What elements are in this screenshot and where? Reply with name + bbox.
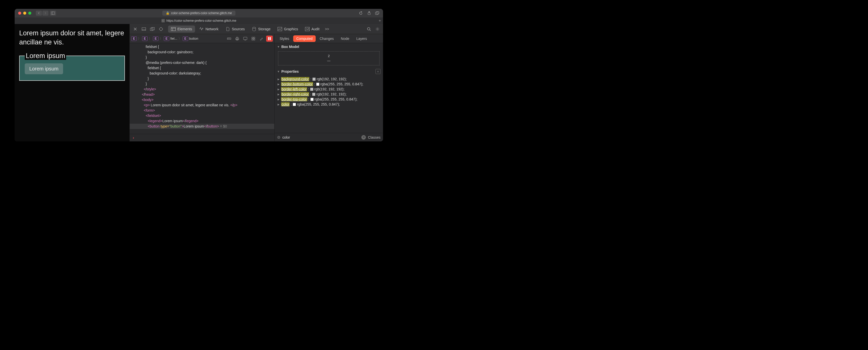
svg-rect-28 xyxy=(237,37,238,38)
minimize-window-button[interactable] xyxy=(23,11,26,14)
lorem-button[interactable]: Lorem ipsum xyxy=(25,63,63,74)
breadcrumb-toolbar xyxy=(226,36,273,42)
dom-tree[interactable]: fieldset { background-color: gainsboro; … xyxy=(130,43,274,134)
tabs-overflow-button[interactable]: >> xyxy=(323,26,331,33)
titlebar: 🔒 color-scheme-prefers-color-scheme.glit… xyxy=(14,9,383,18)
svg-rect-33 xyxy=(254,37,255,38)
maximize-window-button[interactable] xyxy=(28,11,31,14)
print-icon[interactable] xyxy=(234,36,241,42)
ruler-icon[interactable] xyxy=(226,36,232,42)
breadcrumb-label: fiel... xyxy=(170,37,177,40)
storage-icon xyxy=(252,27,256,31)
rp-tab-styles[interactable]: Styles xyxy=(277,35,292,42)
back-button[interactable] xyxy=(36,10,42,16)
tab-sources-label: Sources xyxy=(232,27,245,31)
titlebar-right xyxy=(366,11,380,16)
property-row[interactable]: ▶ border-bottom-color: rgba(255, 255, 25… xyxy=(278,82,380,87)
devtools-body: E〉 E〉 E〉 Efiel...〉 Ebutton xyxy=(130,34,383,141)
breadcrumb-item[interactable]: E xyxy=(131,36,137,41)
breadcrumb-item[interactable]: E xyxy=(164,36,169,41)
grid-icon[interactable] xyxy=(250,36,257,42)
tab-network-label: Network xyxy=(206,27,218,31)
tab-elements[interactable]: Elements xyxy=(168,26,195,33)
share-icon[interactable] xyxy=(366,11,372,16)
tab-graphics[interactable]: Graphics xyxy=(275,26,301,33)
property-name: border-right-color xyxy=(281,92,309,96)
svg-rect-0 xyxy=(52,12,55,14)
close-window-button[interactable] xyxy=(18,11,21,14)
rendered-page: Lorem ipsum dolor sit amet, legere ancil… xyxy=(14,24,129,141)
search-icon[interactable] xyxy=(365,26,372,33)
property-row[interactable]: ▶ border-left-color: rgb(192, 192, 192); xyxy=(278,87,380,92)
svg-rect-27 xyxy=(236,38,239,40)
clear-filter-button[interactable]: ✕ xyxy=(361,135,366,140)
property-value: rgba(255, 255, 255, 0.847); xyxy=(315,97,358,101)
close-devtools-icon[interactable] xyxy=(132,26,139,33)
properties-header[interactable]: ▼ Properties ≡ xyxy=(275,67,383,76)
tabs-overview-icon[interactable] xyxy=(374,11,380,16)
reload-button[interactable] xyxy=(359,11,363,15)
property-row[interactable]: ▶ border-right-color: rgb(192, 192, 192)… xyxy=(278,92,380,97)
property-value: rgb(192, 192, 192); xyxy=(317,77,347,81)
breadcrumb-item[interactable]: E xyxy=(142,36,148,41)
device-icon[interactable] xyxy=(242,36,249,42)
rp-tab-changes[interactable]: Changes xyxy=(317,35,337,42)
svg-rect-5 xyxy=(142,28,146,30)
svg-point-22 xyxy=(377,28,378,30)
url-bar[interactable]: 🔒 color-scheme-prefers-color-scheme.glit… xyxy=(162,10,236,16)
rp-tab-layers[interactable]: Layers xyxy=(353,35,370,42)
disclosure-triangle-icon: ▶ xyxy=(278,83,280,86)
settings-icon[interactable] xyxy=(374,26,381,33)
classes-button[interactable]: Classes xyxy=(368,135,380,139)
breadcrumb-item[interactable]: E xyxy=(153,36,158,41)
sidebar-toggle-button[interactable] xyxy=(50,10,56,16)
property-row[interactable]: ▶ border-top-color: rgba(255, 255, 255, … xyxy=(278,97,380,102)
property-name: border-left-color xyxy=(281,87,307,91)
svg-rect-30 xyxy=(244,37,247,40)
element-picker-icon[interactable] xyxy=(157,26,164,33)
console-input[interactable]: › xyxy=(130,134,274,141)
property-row[interactable]: ▶ color: rgba(255, 255, 255, 0.847); xyxy=(278,102,380,107)
rp-tab-computed[interactable]: Computed xyxy=(293,35,316,42)
disclosure-triangle-icon: ▶ xyxy=(278,78,280,81)
tab-sources[interactable]: Sources xyxy=(222,26,248,33)
forward-button[interactable] xyxy=(42,10,49,16)
svg-rect-32 xyxy=(252,37,253,38)
box-model-header[interactable]: ▼ Box Model xyxy=(275,43,383,50)
lock-icon: 🔒 xyxy=(166,11,169,15)
color-swatch xyxy=(310,98,314,101)
dock-side-icon[interactable] xyxy=(149,26,156,33)
graphics-icon xyxy=(278,27,282,31)
page-fieldset: Lorem ipsum Lorem ipsum xyxy=(19,52,125,81)
tab-audit-label: Audit xyxy=(311,27,319,31)
tab-audit[interactable]: Audit xyxy=(302,26,322,33)
compositing-icon[interactable] xyxy=(266,36,273,42)
svg-rect-4 xyxy=(376,11,379,14)
color-swatch xyxy=(293,103,296,106)
paint-icon[interactable] xyxy=(258,36,265,42)
property-row[interactable]: ▶ background-color: rgb(192, 192, 192); xyxy=(278,77,380,82)
tab-favicon: C xyxy=(161,19,165,23)
svg-rect-18 xyxy=(278,27,282,31)
tab-graphics-label: Graphics xyxy=(284,27,298,31)
property-name: border-bottom-color xyxy=(281,82,313,86)
properties-options-icon[interactable]: ≡ xyxy=(375,69,380,74)
tab-storage[interactable]: Storage xyxy=(249,26,274,33)
page-legend: Lorem ipsum xyxy=(25,52,66,60)
properties-list: ▶ background-color: rgb(192, 192, 192); … xyxy=(275,76,383,133)
browser-tab[interactable]: C https://color-scheme-prefers-color-sch… xyxy=(161,19,237,23)
console-prompt-icon: › xyxy=(132,135,135,140)
box-model-value: 2 xyxy=(278,54,379,58)
breadcrumb-item[interactable]: E xyxy=(183,36,188,41)
disclosure-triangle-icon: ▶ xyxy=(278,98,280,101)
disclosure-triangle-icon: ▼ xyxy=(277,45,280,48)
rp-tab-node[interactable]: Node xyxy=(338,35,352,42)
dock-bottom-icon[interactable] xyxy=(140,26,147,33)
svg-rect-3 xyxy=(375,12,378,14)
properties-label: Properties xyxy=(281,69,299,74)
new-tab-button[interactable]: + xyxy=(379,19,381,23)
filter-input[interactable] xyxy=(282,135,359,139)
tab-network[interactable]: Network xyxy=(196,26,221,33)
property-name: background-color xyxy=(281,77,309,81)
devtools-right-panel: Styles Computed Changes Node Layers ▼ Bo… xyxy=(275,34,383,141)
